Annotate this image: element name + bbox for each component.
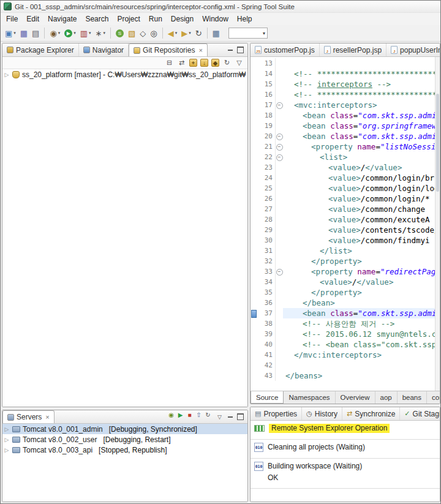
fold-collapse-icon[interactable]	[275, 266, 283, 277]
tab-history[interactable]: ◷History	[302, 407, 342, 420]
line-number[interactable]: 29	[257, 225, 275, 235]
create-repository-icon[interactable]: ◆	[211, 59, 219, 67]
tab-package-explorer[interactable]: Package Explorer	[2, 43, 79, 56]
line-number[interactable]: 30	[257, 235, 275, 246]
minimize-icon[interactable]	[227, 413, 233, 420]
view-menu-icon[interactable]: ▽	[235, 58, 244, 67]
tab-git-staging[interactable]: ✓Git Staging	[400, 407, 440, 420]
code-line[interactable]: 19<bean class="org.springframework.	[251, 121, 440, 131]
code-line[interactable]: 36</bean>	[251, 298, 440, 308]
line-number[interactable]: 14	[257, 69, 275, 79]
scrollbar-thumb[interactable]	[436, 94, 439, 192]
new-java-project-icon[interactable]: ▧	[126, 26, 137, 40]
code-text[interactable]: <!-- ***********************************…	[283, 69, 440, 79]
save-icon[interactable]: ▦	[18, 26, 29, 40]
menu-item-file[interactable]: File	[2, 13, 22, 24]
code-line[interactable]: 41</mvc:interceptors>	[251, 350, 440, 360]
code-text[interactable]: <value>/common/login/br	[283, 173, 440, 183]
code-line[interactable]: 17<mvc:interceptors>	[251, 100, 440, 110]
line-number[interactable]: 43	[257, 370, 275, 381]
code-line[interactable]: 33<property name="redirectPage">	[251, 266, 440, 277]
line-number[interactable]: 23	[257, 162, 275, 173]
code-line[interactable]: 31</list>	[251, 246, 440, 256]
progress-item[interactable]: Building workspace (Waiting)OK	[251, 459, 440, 489]
line-number[interactable]: 18	[257, 110, 275, 121]
coverage-icon[interactable]: ▥▾	[78, 26, 93, 40]
server-actions-icon[interactable]: ↻	[203, 410, 213, 419]
code-text[interactable]: </property>	[283, 287, 440, 298]
line-number[interactable]: 17	[257, 100, 275, 110]
line-number[interactable]: 13	[257, 58, 275, 69]
code-text[interactable]: <bean class="org.springframework.	[283, 121, 440, 131]
line-number[interactable]: 19	[257, 121, 275, 131]
subtab-beans[interactable]: beans	[398, 391, 427, 404]
code-line[interactable]: 39<!-- 2015.06.12 smyun@ntels.com	[251, 329, 440, 339]
refresh-icon[interactable]: ↻	[222, 58, 232, 67]
fold-collapse-icon[interactable]	[275, 152, 283, 162]
code-line[interactable]: 30<value>/common/findmyi	[251, 235, 440, 246]
debug-server-icon[interactable]: ◉	[167, 410, 176, 419]
stop-server-icon[interactable]: ■	[185, 410, 194, 419]
code-text[interactable]	[283, 58, 440, 69]
new-wizard-icon[interactable]: ▣▾	[3, 26, 18, 40]
line-number[interactable]: 24	[257, 173, 275, 183]
line-number[interactable]: 21	[257, 141, 275, 152]
line-number[interactable]: 42	[257, 360, 275, 370]
code-text[interactable]: <value>/common/login/*	[283, 194, 440, 204]
code-text[interactable]: <!-- interceptors -->	[283, 79, 440, 89]
code-line[interactable]: 21<property name="listNoSessionCh	[251, 141, 440, 152]
line-number[interactable]: 36	[257, 298, 275, 308]
code-text[interactable]: <property name="listNoSessionCh	[283, 141, 440, 152]
code-line[interactable]: 40<!-- <bean class="com.skt.ssp.ad	[251, 339, 440, 350]
back-icon[interactable]: ◀▾	[166, 26, 179, 40]
code-line[interactable]: 26<value>/common/login/*	[251, 194, 440, 204]
clone-repository-icon[interactable]: ↓	[200, 59, 208, 67]
print-icon[interactable]: ▤	[30, 26, 41, 40]
tab-properties[interactable]: ▤Properties	[251, 407, 302, 420]
code-text[interactable]: <value>/common/change	[283, 204, 440, 214]
code-text[interactable]: <!-- <bean class="com.skt.ssp.ad	[283, 339, 440, 350]
code-text[interactable]	[283, 360, 440, 370]
run-icon[interactable]: ▶▾	[62, 26, 78, 40]
menu-item-navigate[interactable]: Navigate	[43, 13, 81, 24]
menu-item-help[interactable]: Help	[233, 13, 257, 24]
search-icon[interactable]: ◎	[148, 26, 159, 40]
close-icon[interactable]: ×	[45, 413, 49, 421]
code-text[interactable]: <!-- 2015.06.12 smyun@ntels.com	[283, 329, 440, 339]
line-number[interactable]: 41	[257, 350, 275, 360]
fold-collapse-icon[interactable]	[275, 131, 283, 141]
code-line[interactable]: 27<value>/common/change	[251, 204, 440, 214]
code-line[interactable]: 20<bean class="com.skt.ssp.admin.co	[251, 131, 440, 141]
tab-servers[interactable]: Servers×	[2, 410, 55, 423]
code-text[interactable]: <value>/</value>	[283, 162, 440, 173]
toolbar-combo[interactable]: ▾	[228, 28, 268, 39]
line-number[interactable]: 37	[257, 308, 275, 318]
close-icon[interactable]: ×	[198, 47, 202, 54]
line-number[interactable]: 25	[257, 183, 275, 194]
code-line[interactable]: 23<value>/</value>	[251, 162, 440, 173]
menu-item-design[interactable]: Design	[167, 13, 198, 24]
subtab-namespaces[interactable]: Namespaces	[284, 391, 335, 404]
line-number[interactable]: 40	[257, 339, 275, 350]
code-text[interactable]: <list>	[283, 152, 440, 162]
fold-collapse-icon[interactable]	[275, 141, 283, 152]
menu-item-run[interactable]: Run	[145, 13, 167, 24]
editor-tab-customerpop-js[interactable]: JScustomerPop.js	[251, 43, 320, 56]
forward-icon[interactable]: ▶▾	[179, 26, 193, 40]
git-repository-item[interactable]: ss_20_platform [master] - C:₩Users₩zzzna…	[2, 69, 247, 80]
code-text[interactable]: <bean class="com.skt.ssp.admin.co	[283, 131, 440, 141]
expander-icon[interactable]	[4, 437, 10, 443]
code-line[interactable]: 16<!-- *********************************…	[251, 89, 440, 100]
start-server-icon[interactable]: ▶	[176, 410, 185, 419]
add-repository-icon[interactable]: +	[189, 59, 197, 67]
menu-item-edit[interactable]: Edit	[22, 13, 43, 24]
menu-item-search[interactable]: Search	[81, 13, 113, 24]
subtab-overview[interactable]: Overview	[336, 391, 375, 404]
subtab-aop[interactable]: aop	[375, 391, 398, 404]
last-edit-location-icon[interactable]: ↻	[194, 26, 204, 40]
line-number[interactable]: 27	[257, 204, 275, 214]
expander-icon[interactable]	[4, 72, 10, 78]
code-line[interactable]: 34<value>/</value>	[251, 277, 440, 287]
code-line[interactable]: 37<bean class="com.skt.ssp.admin.co	[251, 308, 440, 318]
code-line[interactable]: 42	[251, 360, 440, 370]
